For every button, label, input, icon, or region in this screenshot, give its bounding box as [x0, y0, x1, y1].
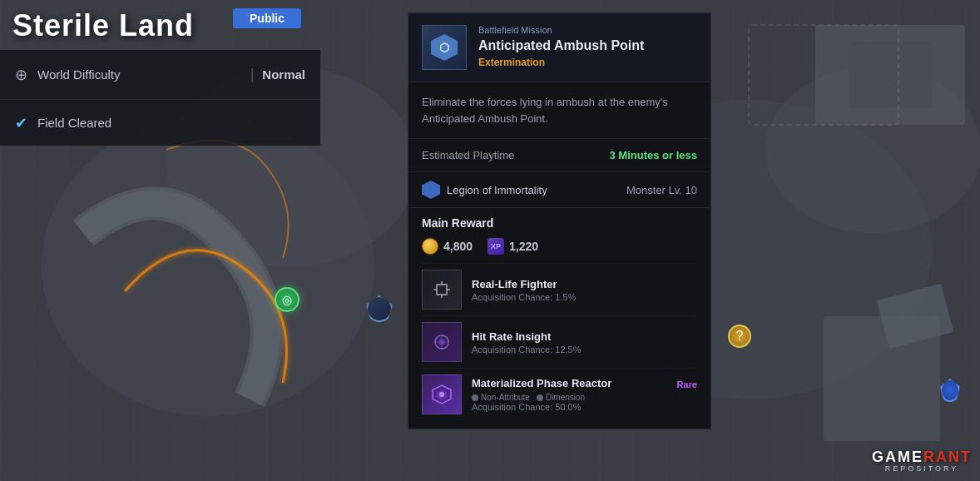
reward-item-info-2: Hit Rate Insight Acquisition Chance: 12.… — [472, 330, 697, 355]
reward-item-tags: Non-Attribute Dimension — [472, 393, 697, 402]
enemy-level: Monster Lv. 10 — [626, 184, 697, 196]
reward-item-chance-1: Acquisition Chance: 1.5% — [472, 292, 697, 302]
enemy-info: Legion of Immortality — [422, 181, 547, 199]
xp-icon: XP — [488, 238, 504, 255]
reward-item-rarity-3: Rare — [677, 379, 697, 389]
xp-currency: XP 1,220 — [488, 238, 538, 255]
reward-item-chance-2: Acquisition Chance: 12.5% — [472, 345, 697, 355]
mission-mode: Extermination — [478, 57, 697, 68]
reward-item-name-2: Hit Rate Insight — [472, 330, 697, 343]
mission-type-label: Battlefield Mission — [478, 25, 697, 35]
reward-item-info-3: Materialized Phase Reactor Rare Non-Attr… — [472, 377, 697, 412]
title-area: Sterile Land — [12, 8, 194, 43]
tag-dot-1 — [472, 394, 478, 401]
public-badge[interactable]: Public — [233, 8, 301, 28]
gold-currency: 4,800 — [422, 238, 473, 255]
reward-icon-1 — [422, 270, 462, 310]
tag-non-attribute: Non-Attribute — [472, 393, 530, 402]
mission-icon: ⬡ — [431, 34, 458, 61]
currency-row: 4,800 XP 1,220 — [422, 238, 697, 255]
mission-header: ⬡ Battlefield Mission Anticipated Ambush… — [408, 13, 710, 82]
enemy-name: Legion of Immortality — [447, 184, 547, 196]
globe-icon: ⊕ — [15, 66, 27, 84]
reward-item-3: Materialized Phase Reactor Rare Non-Attr… — [422, 368, 697, 420]
reward-item-1: Real-Life Fighter Acquisition Chance: 1.… — [422, 263, 697, 315]
left-panel: ⊕ World Difficulty | Normal ✔ Field Clea… — [0, 50, 320, 146]
svg-rect-11 — [437, 285, 447, 295]
reward-item-name-3: Materialized Phase Reactor — [472, 377, 611, 389]
world-difficulty-label: World Difficulty — [37, 67, 242, 82]
mission-name: Anticipated Ambush Point — [478, 37, 697, 53]
reward-icon-3 — [422, 374, 462, 414]
playtime-row: Estimated Playtime 3 Minutes or less — [408, 139, 710, 172]
separator: | — [250, 66, 255, 83]
checkmark-icon: ✔ — [15, 114, 27, 132]
tag-dimension: Dimension — [537, 393, 585, 402]
tag-dot-2 — [537, 394, 543, 401]
green-marker[interactable]: ◎ — [275, 287, 299, 312]
reward-icon-2 — [422, 322, 462, 362]
mission-panel: ⬡ Battlefield Mission Anticipated Ambush… — [408, 12, 711, 429]
map-title: Sterile Land — [12, 8, 194, 42]
world-difficulty-value: Normal — [262, 67, 305, 82]
world-difficulty-row: ⊕ World Difficulty | Normal — [0, 50, 320, 100]
mission-icon-box: ⬡ — [422, 25, 467, 70]
main-reward-title: Main Reward — [422, 216, 697, 230]
playtime-label: Estimated Playtime — [422, 149, 514, 161]
gold-coin-icon — [422, 238, 438, 255]
reward-item-2: Hit Rate Insight Acquisition Chance: 12.… — [422, 315, 697, 368]
main-reward-section: Main Reward 4,800 XP 1,220 — [408, 208, 710, 429]
field-cleared-row: ✔ Field Cleared — [0, 100, 320, 146]
reward-item-name-1: Real-Life Fighter — [472, 278, 697, 290]
mission-meta: Battlefield Mission Anticipated Ambush P… — [478, 25, 697, 68]
yellow-marker[interactable]: ? — [728, 325, 751, 348]
watermark-rant: RANT — [923, 449, 972, 464]
enemy-row: Legion of Immortality Monster Lv. 10 — [408, 172, 710, 208]
xp-amount: 1,220 — [509, 240, 538, 253]
watermark-sub: Repository — [872, 464, 972, 473]
watermark: GAME RANT Repository — [872, 449, 972, 473]
reward-item-info-1: Real-Life Fighter Acquisition Chance: 1.… — [472, 278, 697, 302]
reward-item-chance-3: Acquisition Chance: 50.0% — [472, 402, 697, 412]
gold-amount: 4,800 — [443, 240, 473, 253]
svg-point-22 — [439, 392, 444, 397]
enemy-icon — [422, 181, 440, 199]
field-cleared-label: Field Cleared — [37, 116, 111, 130]
watermark-game: GAME — [872, 449, 923, 464]
playtime-value: 3 Minutes or less — [610, 149, 697, 161]
mission-description: Eliminate the forces lying in ambush at … — [408, 82, 710, 139]
